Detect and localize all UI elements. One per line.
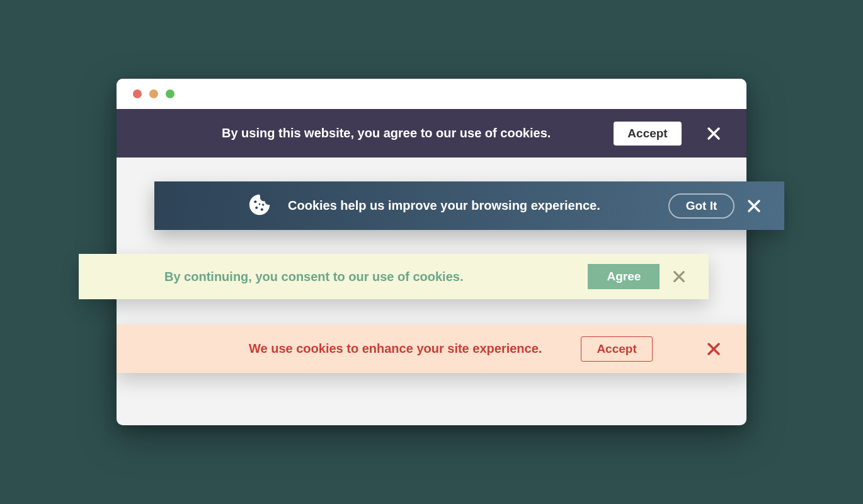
- close-banner-1-button[interactable]: [706, 126, 721, 141]
- agree-button[interactable]: Agree: [588, 264, 660, 289]
- browser-window: By using this website, you agree to our …: [117, 79, 746, 425]
- cookie-banner-2-text: Cookies help us improve your browsing ex…: [288, 198, 600, 213]
- close-icon: [706, 126, 721, 141]
- cookie-banner-4: We use cookies to enhance your site expe…: [117, 324, 746, 373]
- cookie-banner-3-text: By continuing, you consent to our use of…: [164, 270, 463, 284]
- cookie-banner-1-text: By using this website, you agree to our …: [222, 126, 551, 140]
- close-icon: [672, 270, 686, 284]
- svg-point-1: [255, 206, 258, 209]
- window-close-button[interactable]: [133, 89, 142, 98]
- cookie-banner-4-text: We use cookies to enhance your site expe…: [249, 341, 542, 356]
- agree-button-label: Agree: [607, 270, 641, 284]
- close-banner-3-button[interactable]: [672, 270, 686, 284]
- svg-point-0: [254, 200, 256, 203]
- close-banner-2-button[interactable]: [746, 198, 762, 214]
- cookie-banner-2: Cookies help us improve your browsing ex…: [154, 181, 784, 230]
- window-minimize-button[interactable]: [149, 89, 158, 98]
- cookie-banner-1: By using this website, you agree to our …: [117, 109, 746, 158]
- accept-button[interactable]: Accept: [614, 122, 681, 146]
- got-it-button[interactable]: Got It: [668, 193, 735, 219]
- close-banner-4-button[interactable]: [706, 341, 721, 357]
- accept-button-2[interactable]: Accept: [581, 336, 652, 362]
- cookie-icon: [248, 193, 271, 219]
- svg-point-4: [259, 203, 261, 205]
- svg-point-3: [262, 203, 264, 205]
- titlebar: [117, 79, 746, 109]
- accept-button-2-label: Accept: [597, 342, 636, 356]
- close-icon: [746, 198, 762, 214]
- accept-button-label: Accept: [627, 127, 667, 140]
- window-maximize-button[interactable]: [166, 89, 174, 98]
- got-it-button-label: Got It: [686, 199, 717, 213]
- close-icon: [706, 341, 721, 357]
- svg-point-2: [261, 208, 263, 210]
- cookie-banner-3: By continuing, you consent to our use of…: [79, 254, 709, 299]
